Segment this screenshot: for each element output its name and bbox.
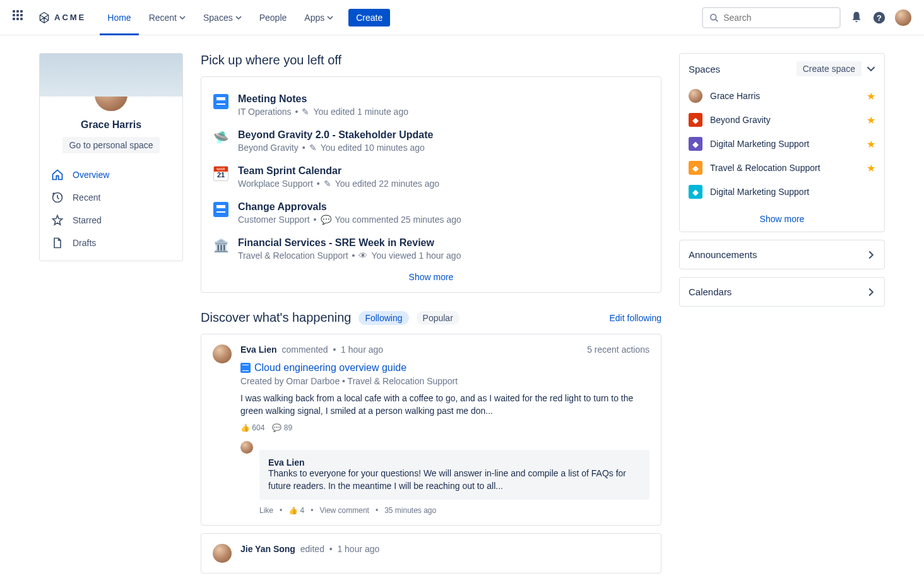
comment-time: 35 minutes ago [384,506,436,515]
nav-spaces[interactable]: Spaces [196,0,249,35]
home-icon [51,168,64,181]
chevron-down-icon[interactable] [867,64,875,73]
feed-action-text: edited • 1 hour ago [298,544,379,554]
user-avatar[interactable] [895,9,911,26]
tab-popular[interactable]: Popular [417,311,459,325]
comment-avatar[interactable] [240,441,253,454]
comment-author[interactable]: Eva Lien [268,457,641,468]
recent-item[interactable]: 🛸Beyond Gravity 2.0 - Stakeholder Update… [213,123,649,159]
star-icon[interactable]: ★ [867,114,875,126]
comment-text: Thanks to everyone for your questions! W… [268,468,641,492]
calendar-icon: MAR21 [213,166,228,181]
space-icon: ◆ [689,161,702,175]
calendars-panel[interactable]: Calendars [679,277,885,307]
space-item[interactable]: ◆Travel & Relocation Support★ [689,156,875,180]
emoji-icon: 🛸 [213,130,229,145]
recent-item[interactable]: Meeting NotesIT Operations•✎You edited 1… [213,87,649,123]
logo-icon [38,11,50,24]
space-icon: ◆ [689,137,702,151]
draft-icon [51,237,64,249]
recent-meta: IT Operations•✎You edited 1 minute ago [238,107,408,117]
doc-icon [213,94,228,109]
comment-count[interactable]: 💬 89 [272,423,292,432]
create-button[interactable]: Create [348,9,390,26]
recent-title[interactable]: Meeting Notes [238,93,408,105]
sidenav-overview[interactable]: Overview [45,163,177,186]
recent-show-more[interactable]: Show more [213,267,649,282]
search-icon [709,13,718,23]
space-name: Grace Harris [710,91,859,101]
like-count[interactable]: 👍 604 [240,423,264,432]
tab-following[interactable]: Following [358,311,408,325]
view-comment-link[interactable]: View comment [319,506,369,515]
feed-card: Eva Lien commented • 1 hour ago 5 recent… [201,334,661,526]
comment-box: Eva Lien Thanks to everyone for your que… [259,450,649,500]
space-item[interactable]: ◆Digital Marketing Support★ [689,132,875,156]
star-icon[interactable]: ★ [867,162,875,174]
space-name: Beyond Gravity [710,115,859,125]
space-icon: ◆ [689,113,702,127]
spaces-show-more[interactable]: Show more [680,209,884,232]
topbar: ACME Home Recent Spaces People Apps Crea… [0,0,924,35]
recent-title[interactable]: Financial Services - SRE Week in Review [238,237,461,249]
comment-like-count[interactable]: 👍 4 [288,506,304,515]
recent-title[interactable]: Change Approvals [238,201,461,213]
comment-like-button[interactable]: Like [259,506,273,515]
recent-item[interactable]: MAR21Team Sprint CalendarWorkplace Suppo… [213,159,649,195]
space-item[interactable]: ◆Digital Marketing Support [689,180,875,204]
nav-apps[interactable]: Apps [297,0,341,35]
space-icon: ◆ [689,185,702,199]
feed-author[interactable]: Jie Yan Song [240,544,295,554]
feed-author-avatar[interactable] [213,344,232,363]
sidenav-drafts[interactable]: Drafts [45,232,177,254]
star-icon[interactable]: ★ [867,90,875,102]
star-icon[interactable]: ★ [867,138,875,150]
feed-action-text: commented • 1 hour ago [280,344,383,355]
feed-author[interactable]: Eva Lien [240,344,277,355]
chevron-down-icon [179,15,186,21]
search-input[interactable] [723,13,833,23]
chevron-down-icon [327,15,333,21]
nav-people[interactable]: People [252,0,295,35]
space-avatar [689,89,702,103]
logo[interactable]: ACME [38,11,86,24]
recent-item[interactable]: Change ApprovalsCustomer Support•💬You co… [213,195,649,231]
recent-title[interactable]: Team Sprint Calendar [238,165,439,177]
recent-title[interactable]: Beyond Gravity 2.0 - Stakeholder Update [238,129,433,141]
sidenav-recent[interactable]: Recent [45,186,177,209]
app-switcher-icon[interactable] [13,10,28,25]
space-item[interactable]: Grace Harris★ [689,84,875,108]
edit-following-link[interactable]: Edit following [610,313,662,323]
svg-point-0 [711,14,716,20]
search-box[interactable] [702,7,841,28]
sidenav-starred[interactable]: Starred [45,209,177,232]
feed-doc-link[interactable]: Cloud engineering overview guide [240,362,649,374]
announcements-panel[interactable]: Announcements [679,240,885,269]
feed-doc-meta: Created by Omar Darboe • Travel & Reloca… [240,376,649,386]
profile-card: Grace Harris Go to personal space Overvi… [39,53,183,261]
create-space-button[interactable]: Create space [797,61,862,76]
logo-text: ACME [54,13,86,22]
nav-home[interactable]: Home [100,0,138,35]
recent-meta: Customer Support•💬You commented 25 minut… [238,215,461,225]
nav-recent[interactable]: Recent [141,0,193,35]
personal-space-button[interactable]: Go to personal space [62,137,159,153]
spaces-panel: Spaces Create space Grace Harris★◆Beyond… [679,53,885,232]
feed-author-avatar[interactable] [213,544,232,563]
recent-item[interactable]: 🏛️Financial Services - SRE Week in Revie… [213,231,649,267]
notifications-icon[interactable] [850,11,863,25]
space-name: Digital Marketing Support [710,139,859,149]
space-item[interactable]: ◆Beyond Gravity★ [689,108,875,132]
star-icon [51,214,64,227]
recent-meta: Beyond Gravity•✎You edited 10 minutes ag… [238,143,433,153]
feed-excerpt: I was walking back from a local cafe wit… [240,392,649,417]
emoji-icon: 🏛️ [213,238,229,253]
doc-icon [213,202,228,217]
help-icon[interactable]: ? [872,11,886,25]
recent-meta: Travel & Relocation Support•👁You viewed … [238,250,461,261]
space-name: Travel & Relocation Support [710,163,859,173]
recent-card: Meeting NotesIT Operations•✎You edited 1… [201,76,661,293]
discover-title: Discover what's happening [201,310,351,325]
feed-recent-actions[interactable]: 5 recent actions [587,344,649,355]
chevron-down-icon [235,15,242,21]
